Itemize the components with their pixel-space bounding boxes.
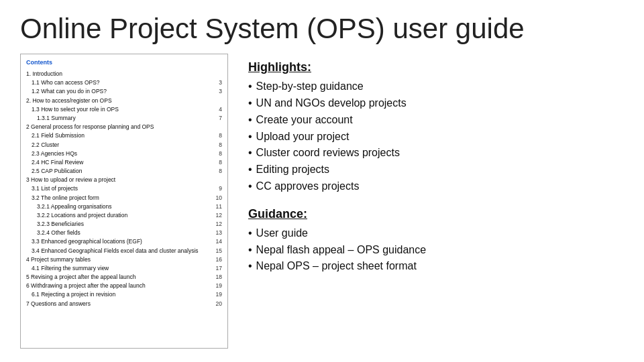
toc-item: 2.4 HC Final Review8 <box>26 158 222 167</box>
toc-item-text: 6 Withdrawing a project after the appeal… <box>26 282 211 290</box>
highlight-item: UN and NGOs develop projects <box>248 95 610 112</box>
toc-heading: Contents <box>26 58 222 68</box>
toc-item-text: 4 Project summary tables <box>26 255 211 264</box>
toc-item: 3.2 The online project form10 <box>26 194 222 202</box>
toc-item-text: 5 Revising a project after the appeal la… <box>26 273 211 282</box>
toc-item-page: 15 <box>211 247 222 255</box>
toc-item-page: 14 <box>211 237 222 246</box>
toc-item-page: 9 <box>211 184 222 193</box>
toc-item-text: 2.4 HC Final Review <box>26 158 211 167</box>
toc-item-page: 12 <box>211 211 222 220</box>
highlight-item: Step-by-step guidance <box>248 78 610 95</box>
toc-item-page: 7 <box>211 114 222 123</box>
toc-item-text: 1. Introduction <box>26 70 211 78</box>
toc-item: 3.2.4 Other fields13 <box>26 229 222 237</box>
toc-item: 2.1 Field Submission8 <box>26 131 222 140</box>
toc-item-text: 3.2.2 Locations and project duration <box>26 211 211 220</box>
toc-item: 1.1 Who can access OPS?3 <box>26 78 222 87</box>
toc-item: 4.1 Filtering the summary view17 <box>26 264 222 273</box>
toc-item-page: 17 <box>211 264 222 273</box>
toc-item-text: 3.4 Enhanced Geographical Fields excel d… <box>26 247 211 255</box>
toc-item-page: 11 <box>211 202 222 211</box>
highlight-item: Upload your project <box>248 129 610 145</box>
toc-item-text: 7 Questions and answers <box>26 300 211 308</box>
toc-panel: Contents 1. Introduction1.1 Who can acce… <box>20 54 228 349</box>
toc-item-page: 8 <box>211 131 222 140</box>
toc-item: 2.5 CAP Publication8 <box>26 167 222 176</box>
toc-item-text: 3.1 List of projects <box>26 184 211 193</box>
toc-item: 5 Revising a project after the appeal la… <box>26 273 222 282</box>
toc-list: 1. Introduction1.1 Who can access OPS?31… <box>26 70 222 308</box>
toc-item: 1. Introduction <box>26 70 222 78</box>
toc-item: 3.2.3 Beneficiaries12 <box>26 220 222 229</box>
highlight-item: Cluster coord reviews projects <box>248 145 610 162</box>
highlights-title: Highlights: <box>248 60 610 74</box>
toc-item-page: 4 <box>211 105 222 114</box>
guidance-item: User guide <box>248 225 610 242</box>
toc-item-page: 8 <box>211 149 222 158</box>
toc-item-page: 8 <box>211 167 222 176</box>
toc-item-text: 1.2 What can you do in OPS? <box>26 87 211 96</box>
toc-item-page: 8 <box>211 158 222 167</box>
guidance-list: User guideNepal flash appeal – OPS guida… <box>248 225 610 275</box>
toc-item-text: 3.2.4 Other fields <box>26 229 211 237</box>
toc-item-text: 3.3 Enhanced geographical locations (EGF… <box>26 237 211 246</box>
toc-item: 3.3 Enhanced geographical locations (EGF… <box>26 237 222 246</box>
toc-item-text: 2.3 Agencies HQs <box>26 149 211 158</box>
toc-item-text: 1.3.1 Summary <box>26 114 211 123</box>
toc-item-text: 2 General process for response planning … <box>26 123 211 131</box>
highlight-item: Create your account <box>248 112 610 129</box>
guidance-item: Nepal flash appeal – OPS guidance <box>248 242 610 259</box>
toc-item: 1.2 What can you do in OPS?3 <box>26 87 222 96</box>
toc-item-page: 3 <box>211 78 222 87</box>
toc-item-text: 6.1 Rejecting a project in revision <box>26 290 211 299</box>
toc-item: 4 Project summary tables16 <box>26 255 222 264</box>
toc-item-page: 13 <box>211 229 222 237</box>
toc-item-page: 18 <box>211 273 222 282</box>
toc-item-text: 3.2.1 Appealing organisations <box>26 202 211 211</box>
guidance-title: Guidance: <box>248 207 610 221</box>
toc-item: 7 Questions and answers20 <box>26 300 222 308</box>
toc-item: 3.2.1 Appealing organisations11 <box>26 202 222 211</box>
toc-item-text: 2.5 CAP Publication <box>26 167 211 176</box>
toc-item: 3.1 List of projects9 <box>26 184 222 193</box>
toc-item: 2.2 Cluster8 <box>26 141 222 149</box>
toc-item-text: 2. How to access/register on OPS <box>26 97 211 105</box>
toc-item-page: 3 <box>211 87 222 96</box>
toc-item: 2. How to access/register on OPS <box>26 97 222 105</box>
toc-item-text: 1.1 Who can access OPS? <box>26 78 211 87</box>
highlights-panel: Highlights: Step-by-step guidanceUN and … <box>241 54 624 349</box>
highlights-list: Step-by-step guidanceUN and NGOs develop… <box>248 78 610 195</box>
toc-item-text: 4.1 Filtering the summary view <box>26 264 211 273</box>
toc-item: 3.4 Enhanced Geographical Fields excel d… <box>26 247 222 255</box>
toc-item-text: 2.2 Cluster <box>26 141 211 149</box>
toc-item: 3.2.2 Locations and project duration12 <box>26 211 222 220</box>
guidance-block: Guidance: User guideNepal flash appeal –… <box>248 207 610 275</box>
toc-item-page: 8 <box>211 141 222 149</box>
toc-item: 2 General process for response planning … <box>26 123 222 131</box>
page-title: Online Project System (OPS) user guide <box>20 13 624 44</box>
page: Online Project System (OPS) user guide C… <box>0 0 644 362</box>
toc-item: 2.3 Agencies HQs8 <box>26 149 222 158</box>
toc-item-page: 16 <box>211 255 222 264</box>
guidance-item: Nepal OPS – project sheet format <box>248 258 610 275</box>
toc-item-text: 3.2.3 Beneficiaries <box>26 220 211 229</box>
toc-item-page: 19 <box>211 290 222 299</box>
toc-item: 6.1 Rejecting a project in revision19 <box>26 290 222 299</box>
highlight-item: Editing projects <box>248 162 610 178</box>
toc-item: 6 Withdrawing a project after the appeal… <box>26 282 222 290</box>
toc-item-page: 12 <box>211 220 222 229</box>
content-area: Contents 1. Introduction1.1 Who can acce… <box>20 54 624 349</box>
toc-item-page: 10 <box>211 194 222 202</box>
toc-item-page: 20 <box>211 300 222 308</box>
toc-item-text: 3.2 The online project form <box>26 194 211 202</box>
highlight-item: CC approves projects <box>248 178 610 195</box>
toc-item-text: 3 How to upload or review a project <box>26 176 211 184</box>
toc-item-text: 2.1 Field Submission <box>26 131 211 140</box>
toc-item: 1.3.1 Summary7 <box>26 114 222 123</box>
toc-item-text: 1.3 How to select your role in OPS <box>26 105 211 114</box>
toc-item-page: 19 <box>211 282 222 290</box>
toc-item: 3 How to upload or review a project <box>26 176 222 184</box>
toc-item: 1.3 How to select your role in OPS4 <box>26 105 222 114</box>
highlights-block: Highlights: Step-by-step guidanceUN and … <box>248 60 610 195</box>
